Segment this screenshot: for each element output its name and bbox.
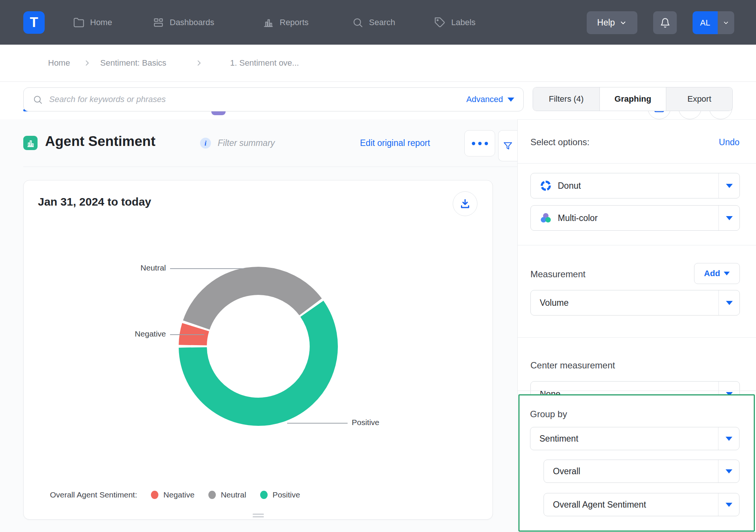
avatar-caret[interactable]	[718, 11, 734, 34]
report-type-icon	[23, 136, 38, 150]
search-bar[interactable]: Advanced	[23, 87, 524, 111]
graphing-options-panel: Select options: Undo Donut Multi-color M…	[517, 119, 756, 532]
search-input[interactable]	[48, 88, 424, 111]
caret-down-icon[interactable]	[718, 290, 739, 315]
divider	[518, 337, 756, 338]
caret-down-icon[interactable]	[718, 427, 739, 450]
chart-legend: Overall Agent Sentiment: Negative Neutra…	[50, 490, 300, 499]
advanced-search-toggle[interactable]: Advanced	[466, 88, 514, 111]
caret-down-icon[interactable]	[718, 206, 739, 230]
chart-card: Jan 31, 2024 to today Neutral Negative P…	[23, 180, 493, 520]
folder-icon	[73, 17, 84, 28]
neutral-dot-icon	[208, 491, 216, 499]
divider	[23, 167, 517, 167]
donut-chart	[176, 264, 341, 429]
nav-item-home[interactable]: Home	[73, 0, 112, 45]
donut-segment-positive[interactable]	[193, 309, 324, 412]
view-tabs: Filters (4) Graphing Export	[533, 87, 733, 111]
tab-export[interactable]: Export	[666, 87, 732, 111]
app-logo[interactable]: T	[23, 11, 45, 34]
caret-down-icon	[724, 272, 730, 275]
donut-segment-negative[interactable]	[193, 327, 196, 345]
group-by-scope-select[interactable]: Overall	[544, 460, 739, 483]
chart-type-select[interactable]: Donut	[530, 173, 740, 198]
breadcrumb-home[interactable]: Home	[48, 45, 70, 81]
divider	[518, 163, 756, 164]
donut-segment-neutral[interactable]	[196, 281, 310, 325]
group-by-label: Group by	[530, 409, 567, 419]
edit-original-report-link[interactable]: Edit original report	[360, 138, 430, 148]
download-chart-button[interactable]	[453, 191, 477, 216]
divider	[518, 245, 756, 245]
nav-label: Dashboards	[170, 18, 214, 27]
nav-item-reports[interactable]: Reports	[263, 0, 309, 45]
nav-label: Reports	[280, 18, 309, 27]
breadcrumb-page[interactable]: 1. Sentiment ove...	[230, 45, 299, 81]
panel-title: Select options:	[530, 137, 589, 147]
date-range-heading: Jan 31, 2024 to today	[38, 195, 151, 208]
download-icon	[459, 198, 471, 209]
advanced-label: Advanced	[466, 95, 503, 104]
select-value: Sentiment	[539, 434, 578, 444]
callout-line	[287, 423, 348, 424]
center-measurement-label: Center measurement	[530, 360, 615, 371]
help-label: Help	[597, 18, 615, 28]
caret-down-icon[interactable]	[718, 460, 739, 482]
info-icon[interactable]: i	[200, 138, 211, 149]
legend-title: Overall Agent Sentiment:	[50, 490, 137, 499]
chevron-right-icon	[195, 45, 203, 81]
dashboards-icon	[153, 17, 164, 28]
app-window: T Home Dashboards Reports Searc	[0, 0, 756, 532]
chevron-right-icon	[83, 45, 91, 81]
callout-line	[170, 268, 244, 269]
legend-item-negative[interactable]: Negative	[151, 490, 194, 499]
legend-label: Positive	[273, 490, 300, 499]
tab-graphing[interactable]: Graphing	[599, 87, 666, 111]
divider	[518, 391, 756, 391]
notifications-button[interactable]	[653, 11, 677, 34]
search-icon	[352, 17, 363, 28]
search-icon	[33, 95, 43, 105]
callout-line	[170, 334, 204, 335]
nav-label: Home	[90, 18, 112, 27]
nav-item-search[interactable]: Search	[352, 0, 395, 45]
avatar: AL	[693, 11, 718, 34]
select-value: Multi-color	[558, 213, 598, 223]
select-value: Overall Agent Sentiment	[553, 500, 646, 510]
multi-color-icon	[540, 212, 552, 224]
callout-positive: Positive	[352, 418, 380, 427]
group-by-field-select[interactable]: Overall Agent Sentiment	[544, 493, 739, 516]
add-measurement-button[interactable]: Add	[694, 263, 740, 284]
measurement-select[interactable]: Volume	[530, 290, 740, 316]
help-button[interactable]: Help	[587, 11, 637, 34]
breadcrumb-bar: Home Sentiment: Basics 1. Sentiment ove.…	[0, 45, 756, 82]
select-value: Overall	[553, 466, 580, 476]
bar-chart-icon	[263, 17, 274, 28]
undo-link[interactable]: Undo	[719, 137, 739, 147]
bell-icon	[660, 18, 670, 28]
nav-item-labels[interactable]: Labels	[434, 0, 476, 45]
negative-dot-icon	[151, 491, 158, 499]
group-by-highlight-box: Group by Sentiment Overall Overall Agent…	[518, 394, 755, 532]
group-by-select[interactable]: Sentiment	[530, 427, 739, 450]
legend-item-positive[interactable]: Positive	[260, 490, 300, 499]
callout-neutral: Neutral	[140, 263, 166, 272]
legend-item-neutral[interactable]: Neutral	[208, 490, 246, 499]
tab-filters[interactable]: Filters (4)	[533, 87, 599, 111]
page-title: Agent Sentiment	[45, 134, 155, 149]
caret-down-icon	[508, 98, 514, 102]
filter-panel-toggle[interactable]	[498, 130, 517, 161]
caret-down-icon[interactable]	[718, 173, 739, 198]
more-options-button[interactable]	[464, 130, 495, 156]
breadcrumb-section[interactable]: Sentiment: Basics	[100, 45, 166, 81]
measurement-label: Measurement	[530, 269, 586, 280]
donut-type-icon	[540, 180, 552, 192]
user-menu[interactable]: AL	[693, 11, 734, 34]
color-mode-select[interactable]: Multi-color	[530, 205, 740, 231]
filter-summary-text: Filter summary	[218, 138, 275, 148]
chevron-down-icon	[619, 19, 627, 27]
caret-down-icon[interactable]	[718, 493, 739, 516]
nav-item-dashboards[interactable]: Dashboards	[153, 0, 214, 45]
funnel-icon	[503, 141, 513, 151]
card-resize-handle[interactable]	[253, 512, 264, 517]
